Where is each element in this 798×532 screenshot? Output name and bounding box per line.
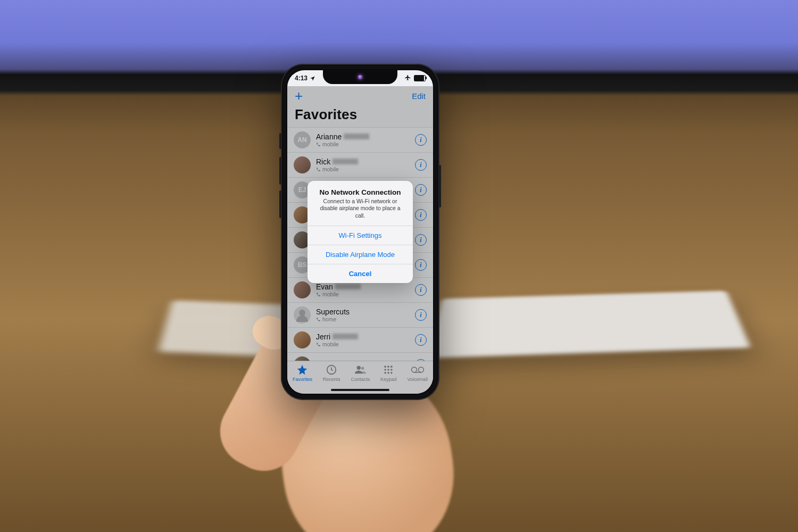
volume-down-button	[279, 190, 281, 218]
cancel-button[interactable]: Cancel	[307, 264, 413, 283]
alert-title: No Network Connection	[315, 188, 405, 196]
volume-up-button	[279, 157, 281, 185]
home-indicator[interactable]	[331, 389, 389, 391]
alert-dialog: No Network Connection Connect to a Wi-Fi…	[307, 181, 413, 284]
disable-airplane-mode-button[interactable]: Disable Airplane Mode	[307, 245, 413, 264]
display-notch	[323, 70, 397, 84]
alert-backdrop: No Network Connection Connect to a Wi-Fi…	[287, 70, 433, 394]
alert-message: Connect to a Wi-Fi network or disable ai…	[315, 198, 405, 220]
wifi-settings-button[interactable]: Wi-Fi Settings	[307, 226, 413, 245]
photo-background: 4:13 + Edit Favorites	[0, 0, 798, 532]
phone-screen: 4:13 + Edit Favorites	[287, 70, 433, 394]
mute-switch	[279, 133, 281, 149]
background-keyboard	[427, 290, 751, 358]
iphone-device: 4:13 + Edit Favorites	[281, 64, 439, 400]
side-button	[439, 165, 441, 207]
earpiece-light	[358, 75, 362, 79]
